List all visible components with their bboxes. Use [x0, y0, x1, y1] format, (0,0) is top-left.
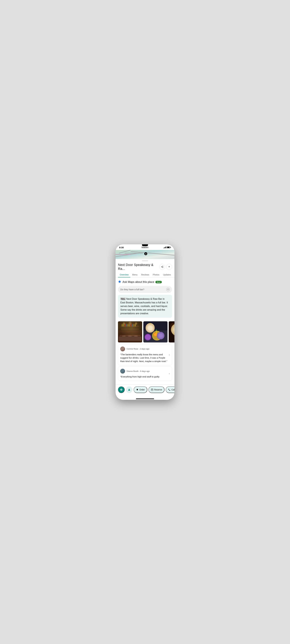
tab-updates[interactable]: Updates [161, 272, 173, 278]
svg-point-61 [122, 348, 124, 350]
tab-reviews[interactable]: Reviews [139, 272, 151, 278]
review-arrow-2[interactable]: › [169, 372, 170, 375]
ai-answer-card: Yes, Next Door Speakeasy & Raw Bar in Ea… [118, 295, 172, 318]
svg-point-50 [156, 330, 157, 331]
svg-point-46 [158, 336, 159, 337]
clear-icon: ✕ [167, 288, 169, 290]
svg-point-9 [163, 267, 163, 268]
answer-highlight: Yes, [120, 298, 126, 300]
svg-rect-31 [135, 336, 137, 340]
search-query-text: Do they have a full bar? [120, 288, 144, 291]
call-label: Call [171, 388, 174, 391]
share-icon [161, 266, 163, 268]
svg-point-48 [145, 334, 151, 340]
svg-text:①: ① [145, 253, 147, 255]
order-icon [136, 388, 139, 391]
svg-rect-17 [122, 324, 123, 326]
svg-rect-29 [129, 336, 131, 340]
ai-answer-text: Yes, Next Door Speakeasy & Raw Bar in Ea… [120, 297, 170, 315]
tab-photos[interactable]: Photos [151, 272, 161, 278]
svg-point-45 [157, 335, 160, 338]
svg-rect-21 [128, 324, 129, 326]
clear-search-button[interactable]: ✕ [166, 288, 170, 291]
svg-rect-40 [150, 323, 151, 328]
review-header-1: Corrine Rose · 2 days ago [120, 346, 170, 351]
svg-point-8 [161, 266, 162, 267]
status-location: Malden [142, 246, 148, 248]
svg-rect-24 [132, 324, 133, 326]
share-button[interactable] [159, 264, 165, 270]
bottom-bar: Order Reserve Call [116, 384, 174, 397]
order-label: Order [139, 388, 145, 391]
reviewer-info-2: Dianne Booth · 6 days ago [127, 370, 150, 372]
svg-rect-20 [126, 324, 127, 326]
svg-point-33 [123, 322, 125, 325]
header-actions: + [159, 264, 172, 270]
review-time-ago-1: 2 days ago [140, 348, 149, 350]
reviewer-avatar-2 [120, 369, 125, 374]
photo-strip[interactable] [116, 320, 174, 344]
home-bar [136, 398, 154, 399]
signal-icon [164, 246, 166, 248]
svg-point-62 [121, 350, 124, 351]
svg-point-39 [146, 324, 154, 332]
directions-button[interactable] [118, 386, 125, 393]
svg-rect-13 [118, 330, 142, 342]
reserve-icon [151, 388, 153, 391]
reserve-button[interactable]: Reserve [148, 386, 164, 393]
review-card-2[interactable]: Dianne Booth · 6 days ago “Everything fr… [118, 366, 172, 381]
add-button[interactable]: + [166, 264, 172, 270]
sheet-handle [116, 259, 174, 262]
reviewer-name-2: Dianne Booth [127, 370, 139, 372]
svg-rect-18 [123, 324, 124, 326]
ask-maps-title-row: Ask Maps about this place New! [118, 280, 172, 284]
review-header-2: Dianne Booth · 6 days ago [120, 369, 170, 374]
photo-bar-interior[interactable] [118, 321, 142, 342]
tab-about[interactable]: About [173, 272, 174, 278]
main-content: Next Door Speakeasy & Ra... + Overview M… [116, 262, 174, 384]
reviewer-name-1: Corrine Rose [127, 348, 138, 350]
svg-rect-59 [174, 326, 174, 338]
status-bar: 9:30 Malden [116, 244, 174, 250]
svg-point-7 [163, 266, 163, 266]
photo-coffee-drink[interactable] [169, 321, 174, 342]
svg-point-58 [174, 325, 174, 327]
svg-rect-14 [119, 335, 141, 336]
place-title: Next Door Speakeasy & Ra... [118, 263, 158, 271]
reviewer-info-1: Corrine Rose · 2 days ago [127, 348, 149, 350]
svg-rect-16 [121, 329, 139, 330]
ask-maps-section: Ask Maps about this place New! Do they h… [116, 278, 174, 295]
navigate-button[interactable] [126, 386, 132, 393]
tab-menu[interactable]: Menu [130, 272, 139, 278]
svg-line-10 [162, 267, 163, 268]
map-preview[interactable]: ① [116, 250, 174, 259]
review-card-1[interactable]: Corrine Rose · 2 days ago “The bartender… [118, 344, 172, 366]
svg-rect-26 [135, 324, 136, 326]
svg-rect-28 [122, 336, 126, 337]
reserve-label: Reserve [154, 388, 162, 391]
svg-rect-22 [129, 324, 130, 326]
home-indicator [116, 397, 174, 400]
navigate-icon [128, 388, 131, 391]
tab-overview[interactable]: Overview [118, 272, 130, 278]
status-icons [164, 246, 171, 248]
svg-rect-23 [131, 324, 132, 326]
phone-frame: 9:30 Malden [116, 244, 174, 400]
ask-maps-search-bar[interactable]: Do they have a full bar? ✕ [118, 286, 172, 293]
ask-maps-label: Ask Maps about this place [123, 280, 154, 284]
review-arrow-1[interactable]: › [169, 353, 170, 356]
order-button[interactable]: Order [134, 386, 147, 393]
svg-rect-27 [123, 336, 125, 340]
call-button[interactable]: Call [166, 386, 174, 393]
svg-rect-19 [125, 324, 126, 326]
review-text-2: “Everything from high end stuff to guilt… [120, 375, 170, 378]
new-badge: New! [155, 281, 162, 283]
review-sep-2: · [139, 370, 140, 372]
svg-rect-30 [128, 336, 132, 337]
svg-rect-15 [121, 326, 139, 326]
svg-rect-12 [118, 321, 142, 342]
status-time: 9:30 [119, 246, 124, 249]
battery-icon [167, 246, 171, 248]
review-time-ago-2: 6 days ago [140, 370, 150, 372]
photo-cocktails[interactable] [143, 321, 167, 342]
